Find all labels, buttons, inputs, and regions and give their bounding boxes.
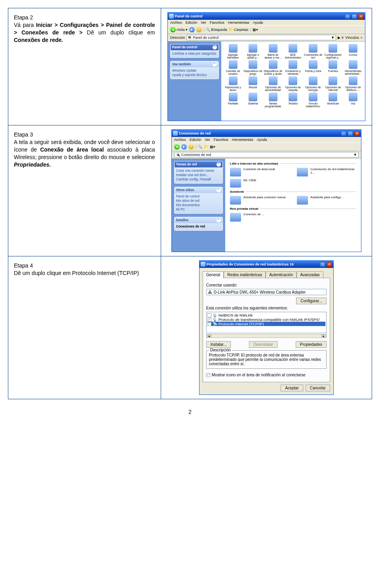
- collapse-icon[interactable]: ⌃: [213, 62, 217, 66]
- task-link[interactable]: Cambiar config. Firewall: [176, 177, 221, 182]
- search-button[interactable]: 🔍Búsqueda: [206, 28, 227, 32]
- checkbox[interactable]: ✓: [207, 322, 211, 326]
- cp-item[interactable]: Tareas programadas: [264, 93, 283, 108]
- horizontal-scrollbar[interactable]: ◄►: [206, 334, 327, 338]
- side-card-title2[interactable]: Vea también⌃: [171, 61, 218, 67]
- menubar[interactable]: Archivo Edición Ver Favoritos Herramient…: [168, 20, 365, 25]
- close-button[interactable]: ×: [354, 131, 360, 136]
- notify-checkbox[interactable]: ✓: [206, 373, 210, 377]
- back-button[interactable]: ◄: [174, 144, 180, 150]
- up-button[interactable]: ↑: [196, 27, 202, 32]
- tab-auth[interactable]: Autenticación: [266, 271, 296, 278]
- other-link[interactable]: Mis sitios de red: [176, 199, 221, 203]
- cp-item[interactable]: Teclado: [283, 93, 302, 108]
- cp-item[interactable]: Correo: [344, 44, 363, 59]
- list-item[interactable]: 📡NetBIOS de NWLink: [207, 313, 325, 317]
- scroll-right[interactable]: ►: [321, 334, 326, 338]
- cp-item[interactable]: Mouse: [243, 76, 262, 91]
- cp-item[interactable]: Dispositivos de juego: [243, 60, 262, 75]
- cp-item[interactable]: Opciones de Internet: [324, 76, 343, 91]
- collapse-icon[interactable]: ⌃: [213, 45, 217, 49]
- menu-ayuda[interactable]: Ayuda: [253, 21, 263, 25]
- cp-item[interactable]: Pantalla: [224, 93, 243, 108]
- menu-archivo[interactable]: Archivo: [170, 21, 182, 25]
- cp-item[interactable]: Opciones de energía: [304, 76, 323, 91]
- menubar[interactable]: Archivo Edición Ver Favoritos Herramient…: [172, 137, 361, 142]
- side-card-title[interactable]: Panel de control⌃: [171, 44, 218, 50]
- properties-button[interactable]: Propiedades: [296, 341, 327, 348]
- connection-item-lan[interactable]: Conexión de área local: [230, 168, 289, 176]
- cp-item[interactable]: Configuración regional y...: [324, 44, 343, 59]
- connection-item-wireless[interactable]: Conexiones de red inalámbricas 1...: [297, 168, 356, 176]
- menu-archivo[interactable]: Archivo: [174, 138, 186, 142]
- other-link[interactable]: Panel de control: [176, 194, 221, 199]
- cp-item[interactable]: WueScan: [324, 93, 343, 108]
- other-link[interactable]: Mis documentos: [176, 203, 221, 207]
- address-input[interactable]: 🔌Conexiones de red▼: [174, 152, 359, 157]
- checkbox[interactable]: ✓: [207, 318, 211, 322]
- help-button[interactable]: ?: [320, 262, 325, 267]
- menu-ver[interactable]: Ver: [205, 138, 210, 142]
- titlebar[interactable]: Propiedades de Conexiones de red inalámb…: [200, 261, 333, 268]
- cancel-button[interactable]: Cancelar: [306, 385, 330, 391]
- side-card-title3[interactable]: Detalles⌃: [175, 217, 222, 223]
- links-chevron[interactable]: »: [361, 36, 363, 40]
- maximize-button[interactable]: □: [352, 14, 357, 19]
- menu-herramientas[interactable]: Herramientas: [232, 138, 253, 142]
- other-link[interactable]: Mi PC: [176, 207, 221, 212]
- maximize-button[interactable]: □: [348, 131, 353, 136]
- cp-item[interactable]: Opciones de accesibilidad: [264, 76, 283, 91]
- collapse-icon[interactable]: ⌃: [217, 162, 221, 167]
- search-button[interactable]: 🔍: [198, 145, 202, 149]
- side-link-winupdate[interactable]: Windows Update: [172, 68, 217, 73]
- list-item[interactable]: ✓📡Protocolo de transferencia compatible …: [207, 317, 325, 322]
- cp-item[interactable]: Cuentas de usuario: [224, 60, 243, 75]
- close-button[interactable]: ×: [358, 14, 364, 19]
- cp-item[interactable]: Fuentes: [324, 60, 343, 75]
- back-button[interactable]: ◄Atrás ▾: [170, 27, 188, 32]
- titlebar[interactable]: Panel de control – □ ×: [168, 13, 365, 20]
- properties-dialog[interactable]: Propiedades de Conexiones de red inalámb…: [199, 260, 334, 395]
- side-link-help[interactable]: Ayuda y soporte técnico: [172, 73, 217, 77]
- cp-item[interactable]: Barra de tareas y me...: [264, 44, 283, 59]
- forward-button[interactable]: ►: [189, 27, 195, 32]
- cp-item[interactable]: Voz: [344, 93, 363, 108]
- cp-item[interactable]: Dispositivos de sonido y audio: [264, 60, 283, 75]
- cp-item[interactable]: Opciones de carpeta: [283, 76, 302, 91]
- cp-item[interactable]: Opciones de teléfono ...: [344, 76, 363, 91]
- cp-item[interactable]: Sistema: [243, 93, 262, 108]
- tab-wireless[interactable]: Redes inalámbricas: [224, 271, 266, 278]
- cp-item[interactable]: Agregar hardware: [224, 44, 243, 59]
- go-button[interactable]: ▶ Ir: [338, 36, 344, 40]
- tab-general[interactable]: General: [203, 271, 224, 278]
- vpn-item[interactable]: Conexión de ...: [230, 213, 289, 222]
- menu-edicion[interactable]: Edición: [186, 21, 198, 25]
- collapse-icon[interactable]: ⌃: [217, 188, 221, 192]
- minimize-button[interactable]: –: [341, 131, 346, 136]
- menu-favoritos[interactable]: Favoritos: [214, 138, 228, 142]
- cp-item[interactable]: BDE Administrator: [283, 44, 302, 59]
- folders-button[interactable]: 📁: [204, 145, 208, 149]
- connection-item-wl150a[interactable]: WL-150A: [230, 179, 289, 188]
- cp-item[interactable]: Herramientas administrati...: [344, 60, 363, 75]
- cp-item[interactable]: Escáneres y cámaras: [283, 60, 302, 75]
- cp-item[interactable]: Fecha y hora: [304, 60, 323, 75]
- close-button[interactable]: ×: [327, 262, 332, 267]
- uninstall-button[interactable]: Desinstalar: [249, 341, 277, 348]
- wizard-config[interactable]: Asistente para configu...: [297, 196, 356, 205]
- views-button[interactable]: ▦▾: [253, 28, 258, 32]
- components-listbox[interactable]: 📡NetBIOS de NWLink ✓📡Protocolo de transf…: [206, 312, 327, 333]
- side-card-title[interactable]: Tareas de red⌃: [175, 161, 222, 167]
- cp-item[interactable]: Agregar o quitar p...: [243, 44, 262, 59]
- ok-button[interactable]: Aceptar: [281, 385, 303, 391]
- configure-button[interactable]: Configurar...: [296, 298, 326, 304]
- cp-item[interactable]: Impresoras y faxes: [224, 76, 243, 91]
- scroll-left[interactable]: ◄: [207, 334, 211, 338]
- install-button[interactable]: Instalar...: [206, 341, 231, 348]
- collapse-icon[interactable]: ⌃: [217, 218, 221, 222]
- side-card-title2[interactable]: Otros sitios⌃: [175, 187, 222, 193]
- titlebar[interactable]: Conexiones de red – □ ×: [172, 130, 361, 137]
- forward-button[interactable]: ►: [181, 144, 187, 150]
- wizard-new-conn[interactable]: Asistente para conexión nueva: [230, 196, 289, 205]
- network-connections-window[interactable]: Conexiones de red – □ × Archivo Edición …: [171, 129, 361, 252]
